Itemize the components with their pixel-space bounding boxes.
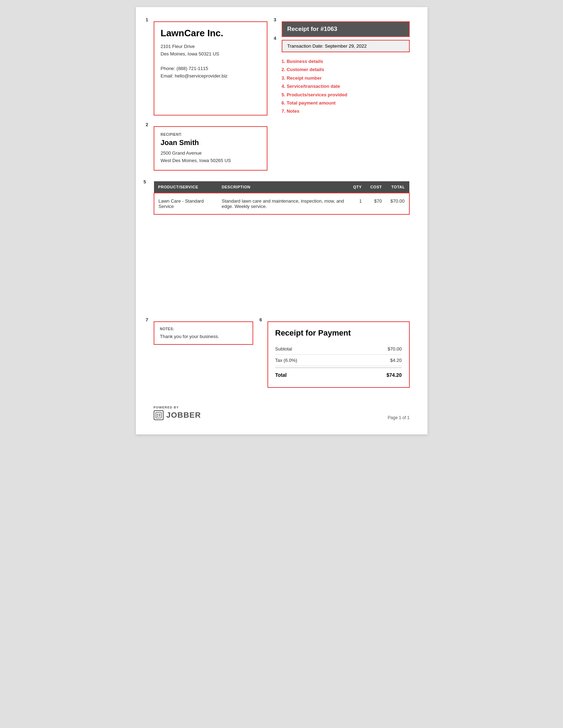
jobber-logo: POWERED BY JOBBER <box>154 406 201 420</box>
svg-rect-5 <box>159 416 160 417</box>
row-product: Lawn Care - Standard Service <box>154 193 218 214</box>
tax-label: Tax (6.0%) <box>275 358 297 363</box>
svg-rect-2 <box>157 416 158 417</box>
legend-item-2: 2. Customer details <box>282 65 410 74</box>
row-total: $70.00 <box>386 193 409 214</box>
receipt-info-column: 3 Receipt for #1063 4 Transaction Date: … <box>282 21 410 116</box>
row-description: Standard lawn care and maintenance, insp… <box>217 193 349 214</box>
customer-details-box: 2 RECIPIENT: Joan Smith 2500 Grand Avenu… <box>154 126 267 171</box>
subtotal-value: $70.00 <box>388 346 402 352</box>
powered-by-label: POWERED BY <box>154 406 179 409</box>
legend-item-7: 7. Notes <box>282 107 410 115</box>
notes-label: NOTES: <box>160 327 247 331</box>
recipient-label: RECIPIENT: <box>161 133 260 136</box>
legend-item-4: 4. Service/transaction date <box>282 82 410 90</box>
jobber-text: JOBBER <box>166 411 201 420</box>
col-qty: QTY <box>349 181 366 193</box>
table-header: PRODUCT/SERVICE DESCRIPTION QTY COST TOT… <box>154 181 409 193</box>
business-name: LawnCare Inc. <box>161 28 260 39</box>
business-phone: Phone: (888) 721-1115 <box>161 65 260 73</box>
notes-text: Thank you for your business. <box>160 334 247 339</box>
table-row: Lawn Care - Standard Service Standard la… <box>154 193 409 214</box>
subtotal-label: Subtotal <box>275 346 292 352</box>
notes-box: 7 NOTES: Thank you for your business. <box>154 321 253 345</box>
business-info: 2101 Fleur Drive Des Moines, Iowa 50321 … <box>161 43 260 80</box>
badge-2: 2 <box>146 122 148 127</box>
legend-item-6: 6. Total payment amount <box>282 99 410 107</box>
transaction-date-label: Transaction Date: September 29, 2022 <box>287 43 367 49</box>
total-row: Total $74.20 <box>275 368 402 381</box>
business-address-line1: 2101 Fleur Drive <box>161 43 260 50</box>
svg-rect-3 <box>159 414 160 414</box>
legend-item-3: 3. Receipt number <box>282 74 410 82</box>
receipt-page: 1 LawnCare Inc. 2101 Fleur Drive Des Moi… <box>136 7 427 434</box>
col-cost: COST <box>366 181 386 193</box>
customer-address: 2500 Grand Avenue West Des Moines, Iowa … <box>161 150 260 165</box>
row-cost: $70 <box>366 193 386 214</box>
transaction-date-box: 4 Transaction Date: September 29, 2022 <box>282 40 410 52</box>
bottom-row: 7 NOTES: Thank you for your business. 6 … <box>154 321 410 388</box>
badge-4: 4 <box>274 36 276 41</box>
jobber-brand: JOBBER <box>154 410 201 420</box>
business-address-line2: Des Moines, Iowa 50321 US <box>161 50 260 58</box>
badge-7: 7 <box>146 317 148 322</box>
business-email: Email: hello@serviceprovider.biz <box>161 73 260 80</box>
table-body: Lawn Care - Standard Service Standard la… <box>154 193 409 214</box>
legend-item-1: 1. Business details <box>282 57 410 65</box>
svg-rect-4 <box>159 415 160 416</box>
tax-value: $4.20 <box>390 358 402 363</box>
customer-address-line1: 2500 Grand Avenue <box>161 150 260 157</box>
subtotal-row: Subtotal $70.00 <box>275 343 402 355</box>
col-total: TOTAL <box>386 181 409 193</box>
services-table: PRODUCT/SERVICE DESCRIPTION QTY COST TOT… <box>154 181 410 215</box>
receipt-number-label: Receipt for #1063 <box>287 26 338 32</box>
col-description: DESCRIPTION <box>217 181 349 193</box>
badge-5: 5 <box>144 179 146 184</box>
legend-item-5: 5. Products/services provided <box>282 91 410 99</box>
payment-title: Receipt for Payment <box>275 328 402 338</box>
legend-list: 1. Business details 2. Customer details … <box>282 57 410 116</box>
tax-row: Tax (6.0%) $4.20 <box>275 355 402 366</box>
total-value: $74.20 <box>387 372 402 378</box>
footer: POWERED BY JOBBER Page 1 of 1 <box>154 402 410 420</box>
business-details-box: 1 LawnCare Inc. 2101 Fleur Drive Des Moi… <box>154 21 267 116</box>
svg-rect-1 <box>157 414 158 415</box>
header-row: 1 LawnCare Inc. 2101 Fleur Drive Des Moi… <box>154 21 410 116</box>
customer-name: Joan Smith <box>161 139 260 147</box>
customer-section: 2 RECIPIENT: Joan Smith 2500 Grand Avenu… <box>154 126 410 171</box>
row-qty: 1 <box>349 193 366 214</box>
jobber-icon <box>154 410 164 420</box>
badge-6: 6 <box>260 317 262 322</box>
badge-3: 3 <box>274 17 276 22</box>
total-label: Total <box>275 372 287 378</box>
badge-1: 1 <box>146 17 148 22</box>
customer-address-line2: West Des Moines, Iowa 50265 US <box>161 157 260 165</box>
page-number: Page 1 of 1 <box>388 415 409 420</box>
payment-box: 6 Receipt for Payment Subtotal $70.00 Ta… <box>267 321 410 388</box>
col-product: PRODUCT/SERVICE <box>154 181 218 193</box>
receipt-number-box: 3 Receipt for #1063 <box>282 21 410 37</box>
services-table-section: 5 PRODUCT/SERVICE DESCRIPTION QTY COST T… <box>154 181 410 215</box>
